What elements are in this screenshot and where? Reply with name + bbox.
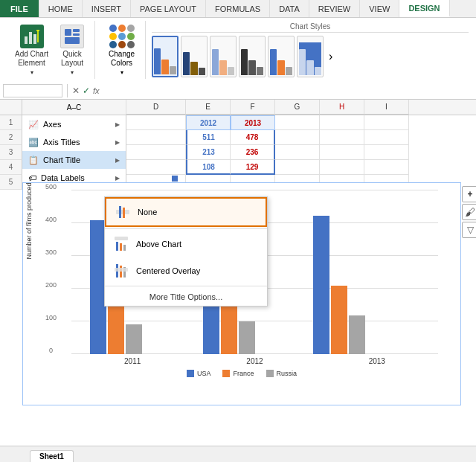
cell-e3[interactable]: 213 (186, 145, 231, 160)
chart-style-5[interactable] (268, 36, 295, 77)
tab-file[interactable]: FILE (0, 0, 39, 17)
submenu-above-chart-item[interactable]: Above Chart (105, 231, 267, 257)
chart-style-button[interactable]: 🖌 (462, 204, 476, 220)
change-colors-dropdown: ▾ (120, 69, 123, 76)
row-num-5: 5 (0, 175, 22, 190)
tab-data[interactable]: DATA (270, 0, 309, 17)
x-label-2012: 2012 (246, 357, 263, 365)
cell-e4[interactable]: 108 (186, 160, 231, 175)
chart-styles-section: Chart Styles (149, 21, 472, 79)
axes-icon: 📈 (28, 120, 39, 129)
cell-e2[interactable]: 511 (186, 130, 231, 145)
cell-i3[interactable] (364, 145, 409, 160)
svg-rect-7 (73, 33, 80, 36)
col-header-f: F (231, 100, 275, 115)
add-chart-icon (20, 25, 44, 48)
cell-g1[interactable] (275, 115, 320, 130)
cell-g2[interactable] (275, 130, 320, 145)
cell-h4[interactable] (320, 160, 364, 175)
cell-g4[interactable] (275, 160, 320, 175)
tab-home[interactable]: HOME (39, 0, 83, 17)
col-header-i: I (364, 100, 409, 115)
legend-russia: Russia (266, 370, 298, 377)
none-icon (114, 203, 132, 221)
bar-russia-2012 (239, 321, 255, 354)
legend-usa: USA (187, 370, 211, 377)
col-header-g: G (275, 100, 320, 115)
cell-g3[interactable] (275, 145, 320, 160)
svg-rect-8 (65, 37, 80, 44)
chart-style-2[interactable] (181, 36, 208, 77)
sidebar-item-axis-titles[interactable]: 🔤 Axis Titles ▶ (22, 133, 126, 151)
cell-i2[interactable] (364, 130, 409, 145)
chart-style-4[interactable] (239, 36, 266, 77)
submenu-centered-overlay-item[interactable]: Centered Overlay (105, 257, 267, 284)
selection-handle[interactable] (171, 175, 178, 182)
cell-f1[interactable]: 2013 (231, 115, 275, 130)
tab-review[interactable]: REVIEW (309, 0, 360, 17)
y-tick-400: 400 (45, 216, 57, 223)
ribbon-group-change-colors: ChangeColors ▾ (98, 21, 146, 79)
quick-layout-button[interactable]: QuickLayout ▾ (56, 22, 89, 79)
chart-style-1[interactable] (152, 36, 178, 77)
svg-rect-12 (115, 237, 128, 240)
legend-usa-swatch (187, 370, 194, 377)
table-row: 213 236 (126, 145, 476, 160)
cell-reference-box[interactable] (3, 84, 62, 97)
cell-d2[interactable] (126, 130, 186, 145)
col-header-ab: A–C (22, 100, 126, 115)
svg-rect-11 (123, 208, 125, 218)
cell-i1[interactable] (364, 115, 409, 130)
quick-layout-dropdown: ▾ (71, 69, 74, 76)
chart-style-3[interactable] (210, 36, 237, 77)
change-colors-button[interactable]: ChangeColors ▾ (104, 22, 139, 79)
x-label-2013: 2013 (369, 357, 385, 365)
grid-corner (0, 100, 22, 115)
change-colors-label: ChangeColors (109, 50, 135, 68)
cell-e1[interactable]: 2012 (186, 115, 231, 130)
add-chart-element-button[interactable]: Add ChartElement ▾ (10, 22, 53, 79)
chart-title-arrow: ▶ (115, 157, 120, 164)
cell-h1[interactable] (320, 115, 364, 130)
cell-d3[interactable] (126, 145, 186, 160)
bar-russia-2013 (349, 315, 365, 354)
sidebar-item-chart-title[interactable]: 📋 Chart Title ▶ (22, 151, 126, 169)
sidebar-axes-label: Axes (43, 120, 61, 129)
submenu-none-item[interactable]: None (105, 197, 267, 227)
tab-design[interactable]: DESIGN (399, 0, 449, 17)
tab-view[interactable]: VIEW (360, 0, 399, 17)
chart-styles-icons: › (152, 36, 469, 77)
formula-confirm-button[interactable]: ✓ (83, 86, 90, 96)
cell-h2[interactable] (320, 130, 364, 145)
tab-insert[interactable]: INSERT (83, 0, 131, 17)
cell-f4[interactable]: 129 (231, 160, 275, 175)
chart-filter-button[interactable]: ▽ (462, 222, 476, 238)
sidebar-data-labels-label: Data Labels (41, 173, 85, 182)
formula-cancel-button[interactable]: ✕ (72, 86, 80, 96)
cell-d1[interactable] (126, 115, 186, 130)
cell-h3[interactable] (320, 145, 364, 160)
axis-titles-arrow: ▶ (115, 139, 120, 146)
bar-usa-2013 (313, 216, 329, 354)
quick-layout-icon (60, 25, 84, 48)
chart-add-button[interactable]: + (462, 186, 476, 202)
svg-rect-13 (116, 242, 118, 251)
tab-page-layout[interactable]: PAGE LAYOUT (131, 0, 206, 17)
y-tick-0: 0 (49, 347, 53, 354)
cell-f3[interactable]: 236 (231, 145, 275, 160)
submenu-centered-overlay-label: Centered Overlay (136, 266, 200, 275)
sheet-tab-1[interactable]: Sheet1 (30, 450, 74, 462)
row-numbers: 1 2 3 4 5 (0, 115, 22, 312)
chart-style-6[interactable] (297, 36, 324, 77)
cell-f2[interactable]: 478 (231, 130, 275, 145)
tab-formulas[interactable]: FORMULAS (206, 0, 270, 17)
cell-d4[interactable] (126, 160, 186, 175)
sidebar-item-axes[interactable]: 📈 Axes ▶ (22, 115, 126, 133)
chart-legend: USA France Russia (30, 370, 453, 377)
chart-styles-scroll-right[interactable]: › (326, 50, 335, 63)
submenu-more-options[interactable]: More Title Options... (105, 288, 267, 306)
ribbon-group-add-chart: Add ChartElement ▾ QuickLayout (4, 21, 95, 79)
y-tick-300: 300 (45, 248, 57, 256)
cell-i4[interactable] (364, 160, 409, 175)
legend-usa-label: USA (197, 370, 211, 377)
